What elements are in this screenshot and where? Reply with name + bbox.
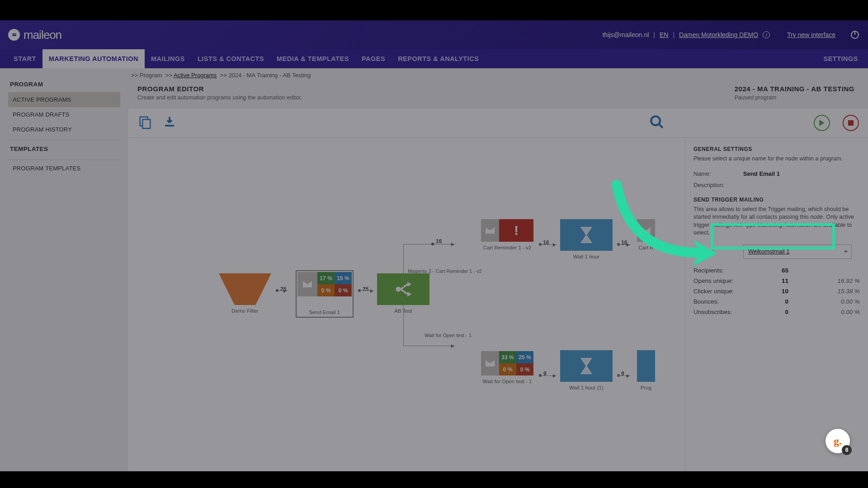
- user-email: thijs@maileon.nl: [602, 31, 649, 38]
- nav-start[interactable]: START: [7, 49, 42, 68]
- svg-rect-1: [142, 119, 150, 128]
- nav-media[interactable]: MEDIA & TEMPLATES: [270, 49, 355, 68]
- page-subtitle: Create and edit automation programs usin…: [137, 94, 302, 101]
- nav-mailings[interactable]: MAILINGS: [145, 49, 191, 68]
- sidebar-item-program-drafts[interactable]: PROGRAM DRAFTS: [8, 107, 120, 122]
- svg-point-6: [396, 287, 401, 292]
- node-send-email-1[interactable]: 17 % 15 % 0 % 0 % Send Email 1: [296, 270, 354, 318]
- panel-trigger-title: SEND TRIGGER MAILING: [693, 197, 860, 203]
- power-icon[interactable]: [851, 31, 859, 39]
- breadcrumb-active-programs[interactable]: Active Programs: [174, 72, 217, 79]
- sidebar-item-program-templates[interactable]: PROGRAM TEMPLATES: [8, 161, 120, 176]
- logo-icon: ✉: [8, 29, 20, 41]
- page-title: PROGRAM EDITOR: [137, 85, 302, 93]
- account-link[interactable]: Damen Motorkleding DEMO: [679, 31, 758, 38]
- nav-pages[interactable]: PAGES: [355, 49, 392, 68]
- fab-badge: 8: [842, 445, 852, 455]
- svg-marker-5: [819, 120, 824, 126]
- program-name: 2024 - MA TRAINING - AB TESTING: [735, 85, 854, 93]
- sidebar-item-active-programs[interactable]: ACTIVE PROGRAMS: [8, 92, 120, 107]
- node-name-value: Send Email 1: [743, 170, 780, 177]
- toolbar: [128, 108, 868, 138]
- try-new-interface-link[interactable]: Try new interface: [787, 31, 835, 38]
- node-alert[interactable]: !: [499, 219, 533, 242]
- copy-icon[interactable]: [137, 114, 153, 131]
- svg-marker-8: [407, 292, 411, 297]
- nav-marketing-automation[interactable]: MARKETING AUTOMATION: [42, 49, 145, 68]
- search-icon[interactable]: [649, 114, 665, 131]
- sidebar: PROGRAM ACTIVE PROGRAMS PROGRAM DRAFTS P…: [0, 68, 128, 471]
- program-status: Paused program: [735, 94, 854, 101]
- sidebar-section-program: PROGRAM: [8, 76, 120, 92]
- automation-canvas[interactable]: Demo Filter 25 17 % 15 %: [128, 138, 685, 471]
- svg-rect-2: [165, 125, 174, 127]
- node-wait-top[interactable]: [560, 219, 613, 251]
- download-icon[interactable]: [163, 115, 176, 131]
- nav-settings[interactable]: SETTINGS: [823, 49, 858, 68]
- breadcrumb: >> Program >> Active Programs >> 2024 - …: [128, 68, 868, 85]
- play-button[interactable]: [814, 115, 830, 131]
- svg-marker-7: [407, 282, 411, 287]
- sidebar-item-program-history[interactable]: PROGRAM HISTORY: [8, 122, 120, 137]
- main-nav: START MARKETING AUTOMATION MAILINGS LIST…: [0, 49, 868, 68]
- node-settings-panel: GENERAL SETTINGS Please select a unique …: [685, 138, 868, 471]
- info-icon[interactable]: i: [763, 31, 770, 38]
- edge-count: 16: [436, 238, 442, 244]
- node-mail-top2[interactable]: [637, 219, 655, 242]
- node-wait-bot[interactable]: [560, 350, 613, 382]
- node-filter[interactable]: [219, 273, 271, 305]
- mailing-dropdown[interactable]: Welkomstmail 1: [743, 244, 852, 259]
- svg-point-3: [651, 116, 660, 125]
- sidebar-section-templates: TEMPLATES: [8, 141, 120, 157]
- nav-lists[interactable]: LISTS & CONTACTS: [191, 49, 270, 68]
- svg-line-4: [659, 124, 663, 128]
- panel-general-title: GENERAL SETTINGS: [693, 146, 860, 152]
- logo-text: maileon: [24, 28, 61, 42]
- node-prog[interactable]: [637, 350, 655, 382]
- nav-reports[interactable]: REPORTS & ANALYTICS: [392, 49, 485, 68]
- lang-link[interactable]: EN: [660, 31, 668, 38]
- logo[interactable]: ✉ maileon: [8, 28, 61, 42]
- help-fab[interactable]: g. 8: [826, 429, 850, 453]
- stop-button[interactable]: [843, 115, 859, 131]
